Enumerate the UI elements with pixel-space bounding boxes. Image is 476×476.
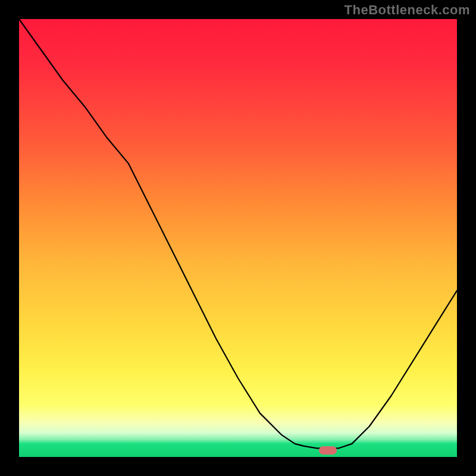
chart-outer: TheBottleneck.com <box>0 0 476 476</box>
plot-area <box>19 19 457 457</box>
bottleneck-curve <box>19 19 457 457</box>
optimal-point-marker <box>319 446 337 455</box>
watermark-text: TheBottleneck.com <box>345 2 470 18</box>
